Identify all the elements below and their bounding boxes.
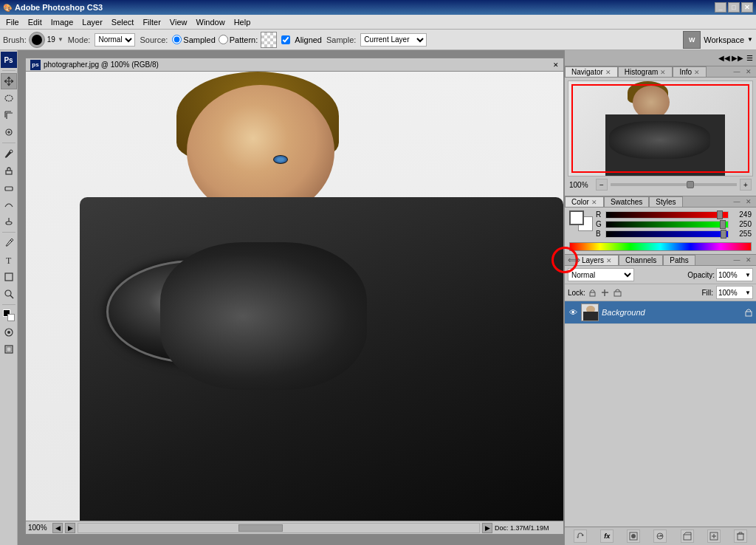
histogram-tab[interactable]: Histogram ✕ <box>618 66 673 77</box>
zoom-out-btn[interactable]: − <box>596 179 608 191</box>
layer-visibility-icon[interactable]: 👁 <box>568 307 578 318</box>
panel-close-btn[interactable]: ✕ <box>743 66 754 77</box>
close-button[interactable]: ✕ <box>741 2 753 13</box>
brush-preview[interactable] <box>29 32 45 48</box>
menu-help[interactable]: Help <box>230 16 255 28</box>
swatches-tab[interactable]: Swatches <box>604 196 649 207</box>
menu-layer[interactable]: Layer <box>78 16 107 28</box>
menu-window[interactable]: Window <box>192 16 230 28</box>
brush-selector[interactable]: Brush: 19 ▼ <box>3 32 63 48</box>
minimize-button[interactable]: _ <box>715 2 726 13</box>
pattern-preview[interactable] <box>261 32 277 48</box>
new-layer-btn[interactable] <box>707 529 721 543</box>
menu-image[interactable]: Image <box>47 16 78 28</box>
sampled-radio[interactable] <box>172 35 182 44</box>
color-spectrum[interactable] <box>569 242 752 251</box>
pattern-radio[interactable] <box>219 35 228 44</box>
layer-link-btn[interactable] <box>574 529 587 543</box>
fill-field[interactable]: 100% ▼ <box>716 286 753 299</box>
lock-position-icon[interactable] <box>600 287 611 298</box>
layer-fx-btn[interactable]: fx <box>600 529 614 543</box>
shape-tool[interactable] <box>1 269 17 285</box>
scroll-right-btn[interactable]: ▶ <box>65 523 75 533</box>
fill-dropdown-icon[interactable]: ▼ <box>745 289 751 296</box>
menu-edit[interactable]: Edit <box>24 16 47 28</box>
layers-panel-close-btn[interactable]: ✕ <box>743 255 754 265</box>
scrollbar-thumb[interactable] <box>238 524 283 532</box>
menu-select[interactable]: Select <box>107 16 139 28</box>
navigator-preview[interactable] <box>568 80 753 176</box>
channels-tab[interactable]: Channels <box>619 255 663 265</box>
navigator-tab[interactable]: Navigator ✕ <box>565 66 618 77</box>
lasso-tool[interactable] <box>1 90 17 106</box>
color-tab-close[interactable]: ✕ <box>591 199 597 206</box>
fg-color-swatch[interactable] <box>1 307 17 323</box>
navigator-tab-close[interactable]: ✕ <box>605 69 611 76</box>
b-slider[interactable] <box>605 230 729 238</box>
blur-tool[interactable] <box>1 196 17 213</box>
opacity-field[interactable]: 100% ▼ <box>716 268 753 281</box>
pattern-option[interactable]: Pattern: <box>219 35 258 44</box>
stamp-tool[interactable] <box>1 162 17 179</box>
menu-view[interactable]: View <box>165 16 192 28</box>
lock-all-icon[interactable] <box>613 287 623 298</box>
crop-tool[interactable] <box>1 107 17 123</box>
color-tab[interactable]: Color ✕ <box>565 196 604 207</box>
screen-mode-tool[interactable] <box>1 341 17 357</box>
zoom-tool-canvas[interactable] <box>1 286 17 302</box>
mode-select[interactable]: Normal <box>94 33 135 47</box>
paths-tab[interactable]: Paths <box>663 255 695 265</box>
layer-mask-btn[interactable] <box>627 529 640 543</box>
zoom-slider-thumb[interactable] <box>687 181 694 188</box>
canvas-close-icon[interactable]: ✕ <box>553 61 559 69</box>
sampled-option[interactable]: Sampled <box>172 35 215 44</box>
panel-minimize-btn[interactable]: — <box>732 66 742 77</box>
brush-tool[interactable] <box>1 145 17 162</box>
histogram-tab-close[interactable]: ✕ <box>660 69 666 76</box>
sample-select[interactable]: Current Layer <box>360 33 427 47</box>
r-slider[interactable] <box>605 211 729 219</box>
fg-swatch[interactable] <box>569 210 584 225</box>
background-layer-row[interactable]: 👁 Background <box>565 301 756 324</box>
layers-tab-close[interactable]: ✕ <box>606 257 612 264</box>
opacity-dropdown-icon[interactable]: ▼ <box>745 272 751 278</box>
layer-adjustment-btn[interactable] <box>653 529 667 543</box>
quick-mask-tool[interactable] <box>1 324 17 340</box>
layers-tab[interactable]: Layers ✕ <box>575 255 619 265</box>
move-tool[interactable] <box>1 73 17 89</box>
panel-menu-icon[interactable]: ☰ <box>746 54 753 62</box>
b-thumb[interactable] <box>721 230 726 239</box>
styles-tab[interactable]: Styles <box>649 196 682 207</box>
lock-pixels-icon[interactable] <box>588 287 598 298</box>
zoom-slider[interactable] <box>611 183 737 186</box>
aligned-checkbox[interactable] <box>281 35 290 44</box>
scroll-end-btn[interactable]: ▶ <box>482 523 492 533</box>
layers-panel-minimize-btn[interactable]: — <box>732 255 742 265</box>
canvas-content[interactable] <box>25 71 564 521</box>
dodge-tool[interactable] <box>1 213 17 230</box>
g-slider[interactable] <box>605 221 729 228</box>
workspace-dropdown-icon[interactable]: ▼ <box>747 36 753 43</box>
healing-tool[interactable] <box>1 124 17 140</box>
zoom-in-btn[interactable]: + <box>740 179 752 191</box>
g-thumb[interactable] <box>720 220 726 229</box>
info-tab[interactable]: Info ✕ <box>673 66 707 77</box>
restore-button[interactable]: □ <box>728 2 740 13</box>
text-tool[interactable]: T <box>1 252 17 268</box>
scroll-left-btn[interactable]: ◀ <box>52 523 63 533</box>
brush-dropdown-icon[interactable]: ▼ <box>58 36 63 43</box>
info-tab-close[interactable]: ✕ <box>694 69 700 76</box>
blend-mode-select[interactable]: Normal <box>568 268 634 281</box>
collapse-icon[interactable]: ◀◀ <box>718 54 730 62</box>
fg-bg-swatches[interactable] <box>569 210 593 231</box>
workspace-icon[interactable]: W <box>683 31 701 49</box>
expand-icon[interactable]: ▶▶ <box>732 54 743 62</box>
menu-filter[interactable]: Filter <box>138 16 165 28</box>
pen-tool[interactable] <box>1 235 17 251</box>
delete-layer-btn[interactable] <box>734 529 747 543</box>
color-panel-close-btn[interactable]: ✕ <box>743 196 754 207</box>
color-panel-minimize-btn[interactable]: — <box>732 196 742 207</box>
menu-file[interactable]: File <box>1 16 24 28</box>
eraser-tool[interactable] <box>1 179 17 196</box>
layer-group-btn[interactable] <box>681 529 694 543</box>
